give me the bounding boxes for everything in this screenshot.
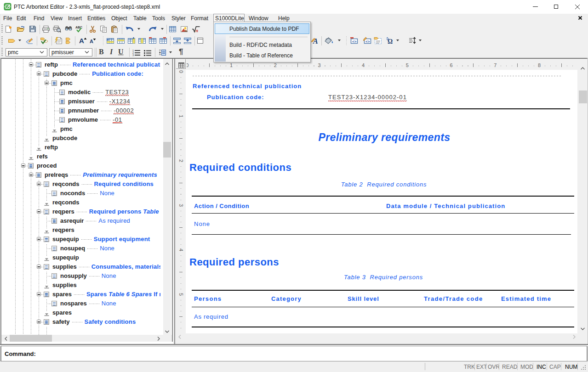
svg-text:A: A (79, 37, 84, 45)
svg-text:<>: <> (365, 39, 370, 44)
svg-text:<>: <> (352, 39, 357, 44)
svg-text:n: n (196, 28, 199, 33)
svg-text:3: 3 (132, 54, 134, 56)
svg-text:A: A (90, 39, 93, 44)
